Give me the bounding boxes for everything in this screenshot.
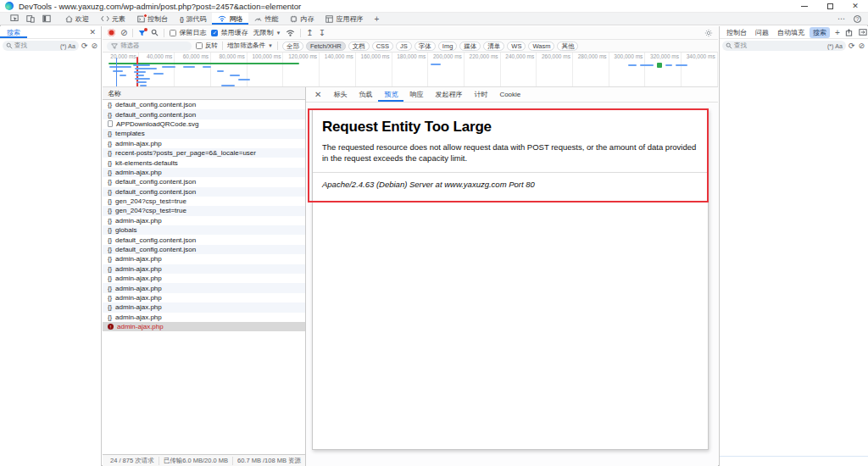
waterfall-mark (238, 79, 250, 80)
filter-funnel-button[interactable] (138, 30, 146, 36)
more-tabs-button[interactable]: + (369, 13, 384, 25)
add-drawer-tab-button[interactable]: + (832, 28, 843, 37)
detail-tab-3[interactable]: 响应 (403, 87, 429, 102)
request-type-chip-11[interactable]: 其他 (557, 42, 578, 51)
main-tab-welcome[interactable]: 欢迎 (59, 13, 95, 25)
main-tab-application[interactable]: 应用程序 (320, 13, 369, 25)
request-type-chip-0[interactable]: 全部 (282, 42, 303, 51)
detail-tab-1[interactable]: 负载 (353, 87, 378, 102)
minimize-button[interactable] (792, 0, 817, 13)
close-detail-pane-button[interactable]: ✕ (309, 90, 327, 99)
inspect-element-icon[interactable] (10, 14, 19, 23)
request-row[interactable]: {}admin-ajax.php (103, 254, 305, 264)
request-row[interactable]: {}default_config.content.json (103, 187, 305, 197)
detail-tab-0[interactable]: 标头 (327, 87, 353, 102)
preserve-log-checkbox[interactable]: 保留日志 (170, 28, 206, 37)
device-toolbar-icon[interactable] (26, 14, 35, 23)
main-tab-console[interactable]: 控制台 (131, 13, 174, 25)
request-type-chip-9[interactable]: WS (507, 42, 526, 51)
import-har-button[interactable]: ↥ (306, 29, 313, 37)
main-tab-memory[interactable]: 内存 (284, 13, 320, 25)
request-type-chip-4[interactable]: JS (396, 42, 412, 51)
request-row[interactable]: {}default_config.content.json (103, 235, 305, 244)
xhr-json-icon: {} (108, 160, 112, 166)
request-type-chip-10[interactable]: Wasm (528, 42, 554, 51)
request-row[interactable]: {}admin-ajax.php (103, 168, 305, 177)
request-row[interactable]: {}default_config.content.json (103, 109, 305, 119)
export-har-button[interactable]: ↧ (319, 29, 326, 37)
request-type-chip-3[interactable]: CSS (372, 42, 393, 51)
waterfall-overview (103, 53, 718, 86)
filter-input[interactable]: 筛选器 (107, 42, 192, 51)
search-input[interactable]: 查找 (*) Aa (3, 41, 79, 51)
request-row[interactable]: {}admin-ajax.php (103, 283, 305, 292)
request-row[interactable]: {}admin-ajax.php (103, 313, 305, 322)
throttling-select[interactable]: 无限制 ▼ (253, 28, 281, 37)
request-row[interactable]: {}admin-ajax.php (103, 274, 305, 283)
customize-devtools-icon[interactable]: ⋯ (837, 14, 846, 23)
open-panel-icon[interactable] (845, 29, 853, 36)
network-settings-gear-icon[interactable] (704, 29, 713, 37)
request-row[interactable]: {}default_config.content.json (103, 245, 305, 254)
network-conditions-icon[interactable] (286, 30, 295, 36)
record-network-log-button[interactable] (108, 29, 115, 36)
request-row[interactable]: {}admin-ajax.php (103, 216, 305, 225)
drawer-tab-1[interactable]: 问题 (752, 27, 772, 38)
drawer-search-input[interactable]: 查找 (*) Aa (722, 41, 846, 51)
drawer-tab-3[interactable]: 搜索 (810, 27, 830, 38)
main-tab-performance[interactable]: 性能 (248, 13, 284, 25)
request-row[interactable]: {}kit-elements-defaults (103, 158, 305, 167)
help-icon[interactable]: ? (854, 15, 861, 23)
request-row[interactable]: {}admin-ajax.php (103, 302, 305, 312)
dock-layout-icon[interactable] (42, 14, 51, 23)
clear-search-button[interactable]: ⊘ (857, 42, 865, 50)
request-row[interactable]: {}globals (103, 225, 305, 235)
code-icon (101, 15, 109, 22)
request-type-chip-2[interactable]: 文档 (348, 42, 370, 51)
tab-search[interactable]: 搜索 (0, 26, 27, 38)
regex-toggle-button[interactable]: (*) (827, 43, 833, 49)
refresh-search-button[interactable]: ⟳ (81, 42, 89, 50)
request-row[interactable]: {}gen_204?csp_test=true (103, 206, 305, 215)
dock-right-icon[interactable] (859, 29, 867, 36)
request-type-chip-1[interactable]: Fetch/XHR (306, 42, 346, 51)
request-row[interactable]: {}admin-ajax.php (103, 293, 305, 302)
request-type-chip-7[interactable]: 媒体 (459, 42, 481, 51)
search-network-button[interactable] (151, 29, 159, 36)
match-case-button[interactable]: Aa (68, 43, 75, 49)
detail-tab-4[interactable]: 发起程序 (429, 87, 468, 102)
detail-tab-5[interactable]: 计时 (468, 87, 493, 102)
close-search-panel-button[interactable]: ✕ (84, 28, 101, 36)
drawer-tab-0[interactable]: 控制台 (723, 27, 750, 38)
detail-tab-6[interactable]: Cookie (493, 87, 526, 102)
close-button[interactable]: ✕ (843, 0, 868, 13)
match-case-button[interactable]: Aa (835, 43, 843, 49)
request-type-chip-6[interactable]: Img (438, 42, 458, 51)
name-column-header[interactable]: 名称 (103, 87, 305, 100)
clear-network-log-button[interactable]: ⊘ (120, 29, 127, 37)
request-row[interactable]: !admin-ajax.php (103, 322, 305, 331)
detail-tab-2[interactable]: 预览 (378, 87, 403, 102)
main-tab-network[interactable]: 网络 (212, 13, 248, 25)
request-row[interactable]: {}default_config.content.json (103, 100, 305, 109)
maximize-button[interactable] (817, 0, 843, 13)
more-filters-dropdown[interactable]: 增加筛选条件 ▼ (227, 42, 273, 50)
disable-cache-checkbox[interactable]: ✓ 禁用缓存 (211, 28, 248, 37)
request-row[interactable]: {}default_config.content.json (103, 177, 305, 186)
invert-filter-checkbox[interactable]: 反转 (196, 42, 218, 50)
request-row[interactable]: {}admin-ajax.php (103, 264, 305, 274)
request-row[interactable]: {}templates (103, 129, 305, 138)
request-type-chip-5[interactable]: 字体 (415, 42, 436, 51)
main-tab-elements[interactable]: 元素 (95, 13, 131, 25)
request-row[interactable]: APPDownloadQRCode.svg (103, 119, 305, 129)
request-type-chip-8[interactable]: 清单 (483, 42, 504, 51)
main-tab-sources[interactable]: {}源代码 (174, 13, 212, 25)
drawer-tab-2[interactable]: 自动填充 (774, 27, 808, 38)
network-overview-timeline[interactable]: 20,000 ms40,000 ms60,000 ms80,000 ms100,… (103, 53, 718, 87)
request-row[interactable]: {}admin-ajax.php (103, 139, 305, 148)
clear-search-button[interactable]: ⊘ (90, 42, 98, 50)
regex-toggle-button[interactable]: (*) (60, 43, 66, 49)
request-row[interactable]: {}gen_204?csp_test=true (103, 197, 305, 206)
refresh-search-button[interactable]: ⟳ (848, 42, 856, 50)
request-row[interactable]: {}recent-posts?posts_per_page=6&_locale=… (103, 148, 305, 158)
